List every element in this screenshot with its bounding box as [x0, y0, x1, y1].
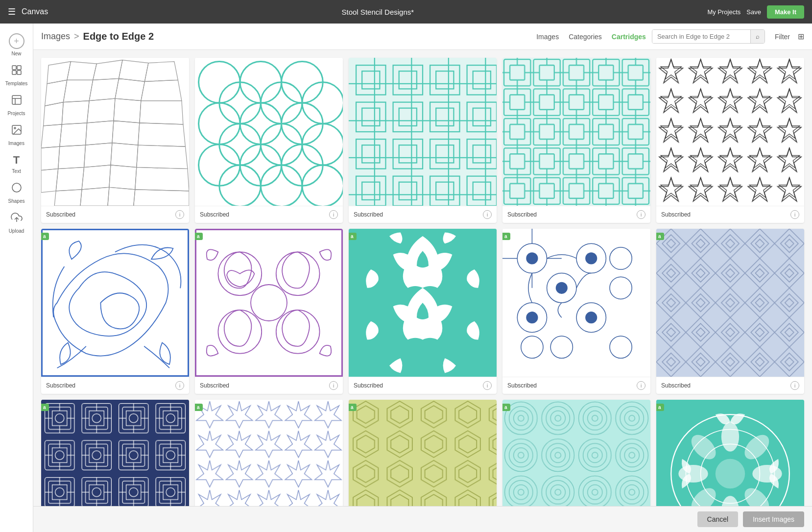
svg-rect-116 [656, 58, 804, 206]
access-badge [41, 233, 49, 240]
info-icon[interactable]: i [329, 381, 338, 390]
image-card[interactable]: Subscribed i [41, 58, 189, 223]
svg-point-164 [556, 282, 568, 294]
access-badge [502, 404, 510, 411]
tab-cartridges[interactable]: Cartridges [612, 33, 646, 41]
info-icon[interactable]: i [329, 210, 338, 219]
image-thumbnail [656, 229, 804, 377]
save-button[interactable]: Save [746, 8, 761, 16]
sidebar-label-upload: Upload [9, 228, 24, 234]
sidebar-item-projects[interactable]: Projects [0, 90, 33, 120]
image-thumbnail [41, 58, 189, 206]
sidebar-item-upload[interactable]: Upload [0, 208, 33, 238]
info-icon[interactable]: i [637, 381, 645, 390]
subscribed-text: Subscribed [661, 211, 691, 218]
subscribed-text: Subscribed [354, 211, 383, 218]
top-bar: ☰ Canvas Stool Stencil Designs* My Proje… [0, 0, 812, 24]
image-label: Subscribed i [656, 377, 804, 394]
image-label: Subscribed i [349, 206, 497, 223]
access-badge [349, 404, 357, 411]
sidebar-label-new: New [11, 51, 21, 56]
breadcrumb-current: Edge to Edge 2 [83, 31, 154, 42]
svg-rect-150 [502, 229, 650, 377]
upload-icon [11, 212, 23, 226]
sidebar-item-templates[interactable]: Templates [0, 60, 33, 90]
info-icon[interactable]: i [175, 210, 184, 219]
svg-rect-174 [656, 229, 804, 377]
breadcrumb: Images > Edge to Edge 2 [41, 31, 154, 42]
image-thumbnail [502, 229, 650, 377]
image-card[interactable]: Subscribed i [349, 229, 497, 394]
svg-rect-113 [502, 58, 650, 206]
text-icon: T [13, 154, 20, 167]
svg-point-8 [14, 127, 16, 129]
svg-rect-2 [12, 71, 16, 74]
image-label: Subscribed i [41, 206, 189, 223]
sidebar-item-new[interactable]: + New [0, 29, 33, 60]
page-title: Stool Stencil Designs* [48, 8, 707, 16]
info-icon[interactable]: i [790, 210, 799, 219]
search-box: ⌕ [652, 29, 765, 44]
plus-icon: + [9, 33, 24, 49]
subscribed-text: Subscribed [507, 382, 537, 389]
menu-icon[interactable]: ☰ [8, 6, 16, 17]
image-label: Subscribed i [502, 206, 650, 223]
image-card[interactable]: Subscribed i [656, 229, 804, 394]
access-badge [195, 233, 203, 240]
tab-categories[interactable]: Categories [569, 33, 602, 41]
header-tabs: Images Categories Cartridges [536, 33, 646, 41]
breadcrumb-parent[interactable]: Images [41, 31, 70, 42]
bottom-bar: Cancel Insert Images [33, 506, 812, 532]
make-it-button[interactable]: Make It [767, 5, 804, 19]
image-card[interactable]: Subscribed i [195, 229, 343, 394]
info-icon[interactable]: i [175, 381, 184, 390]
image-thumbnail [195, 58, 343, 206]
svg-point-203 [721, 422, 739, 451]
sidebar-item-images[interactable]: Images [0, 120, 33, 150]
filter-button[interactable]: Filter [775, 33, 790, 41]
search-input[interactable] [652, 30, 750, 43]
sidebar-item-text[interactable]: T Text [0, 150, 33, 178]
sidebar-item-shapes[interactable]: Shapes [0, 178, 33, 208]
subscribed-text: Subscribed [354, 382, 383, 389]
info-icon[interactable]: i [483, 381, 492, 390]
subscribed-text: Subscribed [46, 382, 75, 389]
search-button[interactable]: ⌕ [750, 30, 764, 43]
svg-rect-11 [41, 58, 189, 206]
info-icon[interactable]: i [790, 381, 799, 390]
templates-icon [11, 64, 23, 79]
tab-images[interactable]: Images [536, 33, 559, 41]
info-icon[interactable]: i [637, 210, 645, 219]
grid-view-button[interactable]: ⊞ [798, 32, 804, 41]
image-card[interactable]: Subscribed i [502, 58, 650, 223]
sidebar-label-projects: Projects [7, 111, 25, 116]
svg-point-156 [526, 252, 538, 264]
image-label: Subscribed i [656, 206, 804, 223]
image-thumbnail [41, 229, 189, 377]
image-card[interactable]: Subscribed i [195, 58, 343, 223]
sidebar-label-text: Text [12, 169, 21, 174]
svg-point-160 [526, 312, 538, 323]
cancel-button[interactable]: Cancel [697, 511, 739, 527]
subscribed-text: Subscribed [46, 211, 75, 218]
access-badge [349, 233, 357, 240]
my-projects-link[interactable]: My Projects [707, 8, 740, 16]
sidebar: + New Templates Projects Images [0, 24, 33, 532]
svg-point-162 [585, 312, 597, 323]
image-card[interactable]: Subscribed i [502, 229, 650, 394]
sidebar-label-images: Images [8, 141, 24, 146]
svg-rect-4 [12, 96, 21, 104]
image-card[interactable]: Subscribed i [656, 58, 804, 223]
image-thumbnail [349, 58, 497, 206]
image-card[interactable]: Subscribed i [349, 58, 497, 223]
images-icon [11, 124, 23, 139]
svg-rect-0 [12, 66, 16, 70]
insert-images-button[interactable]: Insert Images [743, 511, 804, 527]
image-thumbnail [195, 229, 343, 377]
svg-point-158 [585, 252, 597, 264]
svg-rect-1 [17, 66, 21, 70]
content-header: Images > Edge to Edge 2 Images Categorie… [33, 24, 812, 50]
subscribed-text: Subscribed [200, 211, 229, 218]
info-icon[interactable]: i [483, 210, 492, 219]
image-card[interactable]: Subscribed i [41, 229, 189, 394]
